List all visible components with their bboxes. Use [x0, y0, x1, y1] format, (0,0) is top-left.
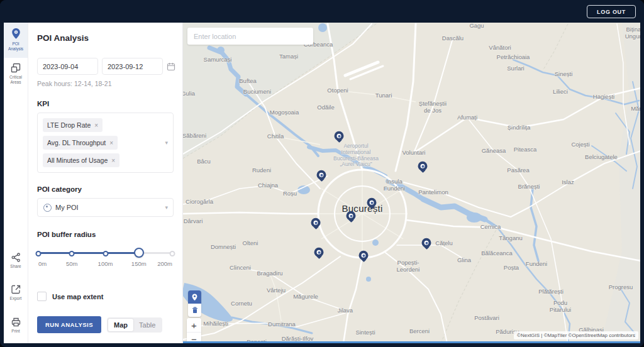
rail-label: CriticalAreas: [9, 75, 22, 85]
poi-marker[interactable]: [359, 251, 369, 260]
poi-marker[interactable]: [335, 131, 344, 141]
map-place-label: Petrăchioaia: [497, 54, 530, 61]
view-toggle: Map Table: [107, 317, 162, 333]
slider-stop: [36, 251, 42, 256]
poi-marker[interactable]: [314, 248, 324, 257]
map-draw-tools: [188, 290, 201, 317]
slider-tick-labels: 0m50m100m150m200m: [38, 260, 172, 269]
map-place-label: Clinceni: [230, 265, 251, 272]
map-place-label: Dumitrana: [268, 321, 296, 328]
toggle-option-table[interactable]: Table: [133, 319, 161, 331]
map-place-label: Dascălu: [442, 35, 464, 42]
top-bar: LOG OUT: [0, 0, 644, 23]
map-place-label: Gagu: [469, 23, 484, 29]
poi-marker[interactable]: [422, 238, 431, 248]
map-place-label: Gulia: [183, 91, 195, 97]
map-place-label: Cojești: [571, 141, 589, 148]
map-place-label: Buciumeni: [243, 89, 271, 96]
poi-marker[interactable]: [317, 170, 326, 180]
poi-marker[interactable]: [311, 218, 321, 228]
map-place-label: Fundeni: [526, 261, 547, 268]
map-place-label: Poșta: [504, 265, 519, 272]
slider-tick-label: 0m: [38, 260, 47, 267]
map-place-label: Surlari: [507, 65, 524, 72]
date-from-input[interactable]: [37, 58, 98, 75]
map-place-label: Brănești: [518, 184, 540, 190]
rail-label: POIAnalysis: [8, 41, 23, 52]
poi-marker[interactable]: [347, 211, 356, 221]
map-place-label: Ungureni: [625, 33, 640, 40]
slider-stop: [170, 251, 175, 256]
chip-remove-icon[interactable]: ×: [111, 157, 115, 164]
poi-category-select[interactable]: My POI ▾: [37, 198, 174, 217]
map-place-label: Otopeni: [327, 87, 348, 94]
poi-marker[interactable]: [418, 162, 428, 171]
map-place-label: Jilava: [338, 307, 353, 314]
map-place-label: Odăile: [317, 104, 334, 111]
slider-handle[interactable]: [134, 248, 144, 258]
run-analysis-button[interactable]: RUN ANALYSIS: [37, 316, 101, 333]
calendar-icon[interactable]: [167, 62, 175, 71]
map-canvas[interactable]: CorbeancaSamurcașiTamașiGaguDascăluVânăt…: [183, 23, 640, 343]
rail-label: Export: [10, 296, 22, 301]
map-bottom-edge: [183, 341, 640, 343]
delete-poi-button[interactable]: [188, 304, 201, 317]
map-place-label: Vânători: [489, 45, 511, 52]
map-place-label: Cornetu: [231, 300, 252, 307]
kpi-chip[interactable]: All Minutes of Usage×: [43, 153, 119, 167]
use-map-extent-row[interactable]: Use map extent: [37, 292, 174, 301]
rail-spacer: [4, 91, 28, 248]
kpi-chip[interactable]: Avg. DL Throughput×: [43, 136, 118, 150]
slider-fill: [38, 252, 139, 254]
map-place-label: Olteni: [243, 240, 258, 247]
map-place-label: Mihăilești: [203, 321, 228, 328]
rail-item-export[interactable]: Export: [4, 280, 28, 307]
map-place-label: Ciorogârla: [186, 199, 213, 206]
map-place-label: Găneasa: [482, 148, 506, 155]
kpi-multiselect[interactable]: LTE Drop Rate×Avg. DL Throughput×All Min…: [37, 113, 174, 173]
poi-category-icon: [43, 204, 52, 212]
map-place-label: Măriuța: [631, 106, 640, 113]
map-place-label: Sintești: [355, 329, 375, 336]
share-icon: [11, 253, 21, 262]
logout-button[interactable]: LOG OUT: [587, 5, 636, 18]
slider-tick-label: 100m: [98, 260, 113, 267]
poi-category-label: POI category: [37, 185, 174, 193]
search-input[interactable]: [187, 28, 313, 45]
rail-item-critical-areas[interactable]: CriticalAreas: [4, 58, 28, 91]
rail-item-print[interactable]: Print: [4, 312, 28, 339]
buffer-radius-slider[interactable]: [38, 248, 172, 258]
map-place-label: Belciugatele: [585, 154, 618, 161]
map-attribution: ©NextGIS | ©MapTiler ©OpenStreetMap cont…: [514, 331, 638, 339]
rail-label: Share: [10, 264, 21, 269]
map-place-label: Voluntari: [402, 150, 426, 157]
use-map-extent-checkbox[interactable]: [37, 292, 47, 301]
map-place-label: Hagiești: [593, 94, 614, 101]
map-place-label: Tânganu: [499, 235, 523, 242]
map-place-label: Tunari: [375, 92, 392, 99]
map-place-label: Chitila: [267, 133, 284, 140]
date-to-input[interactable]: [102, 58, 163, 75]
rail-item-share[interactable]: Share: [4, 248, 28, 275]
map-place-label: Plătărești: [538, 289, 564, 295]
poi-category-value: My POI: [55, 204, 79, 211]
rail-item-poi-analysis[interactable]: POIAnalysis: [4, 23, 28, 58]
map-place-label: Săbăreni: [183, 133, 206, 140]
critical-areas-icon: [11, 63, 21, 73]
trash-icon: [192, 307, 198, 314]
slider-tick-label: 200m: [157, 260, 172, 267]
zoom-in-button[interactable]: +: [187, 318, 201, 332]
map-place-label: Lilieci: [553, 89, 568, 96]
chip-remove-icon[interactable]: ×: [109, 140, 113, 146]
map-place-label: Afumați: [457, 114, 477, 121]
chevron-down-icon: ▾: [165, 140, 168, 146]
map-place-label: Rudeni: [252, 167, 271, 174]
chip-remove-icon[interactable]: ×: [94, 122, 98, 129]
toggle-option-map[interactable]: Map: [108, 319, 133, 331]
use-map-extent-label: Use map extent: [52, 293, 103, 300]
poi-marker[interactable]: [367, 198, 377, 207]
map-place-label: Progresu: [609, 284, 633, 291]
map-place-label: AeroportulInternaționalBucurești-Băneasa…: [333, 143, 379, 168]
kpi-chip[interactable]: LTE Drop Rate×: [43, 118, 103, 132]
draw-poi-button[interactable]: [188, 290, 201, 304]
